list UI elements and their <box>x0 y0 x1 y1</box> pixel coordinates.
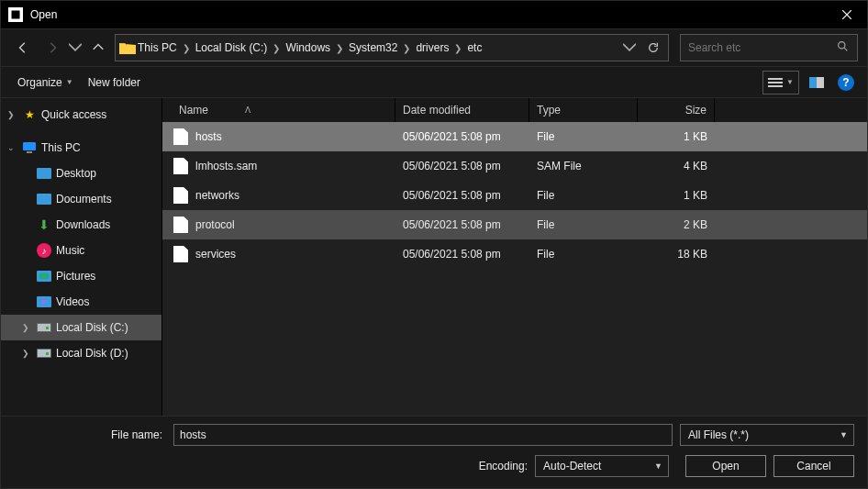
list-view-icon <box>768 78 783 87</box>
videos-icon <box>36 294 52 310</box>
file-type: File <box>529 189 638 202</box>
crumb-system32[interactable]: System32 <box>347 41 399 54</box>
address-dropdown[interactable] <box>618 35 640 61</box>
recent-dropdown[interactable] <box>69 35 82 61</box>
address-bar[interactable]: This PC❯ Local Disk (C:)❯ Windows❯ Syste… <box>115 34 669 61</box>
folder-icon <box>119 41 136 54</box>
chevron-right-icon: ❯ <box>269 43 284 53</box>
crumb-thispc[interactable]: This PC <box>136 41 179 54</box>
col-size[interactable]: Size <box>638 98 715 122</box>
close-button[interactable] <box>826 1 867 28</box>
search-box[interactable] <box>680 34 858 61</box>
file-filter-combo[interactable]: All Files (*.*) ▼ <box>680 424 854 446</box>
file-row[interactable]: services05/06/2021 5:08 pmFile18 KB <box>162 239 867 269</box>
tree-pictures[interactable]: Pictures <box>1 263 161 289</box>
refresh-button[interactable] <box>642 35 664 61</box>
app-icon <box>8 7 23 22</box>
open-button[interactable]: Open <box>685 455 766 477</box>
titlebar: Open <box>1 1 867 28</box>
forward-button[interactable] <box>39 35 65 61</box>
tree-downloads[interactable]: ⬇ Downloads <box>1 212 161 238</box>
tree-drive-c[interactable]: ❯ Local Disk (C:) <box>1 315 161 340</box>
file-row[interactable]: lmhosts.sam05/06/2021 5:08 pmSAM File4 K… <box>162 151 867 181</box>
organize-menu[interactable]: Organize▼ <box>10 72 81 93</box>
file-list-pane: Nameᐱ Date modified Type Size hosts05/06… <box>162 98 867 416</box>
pc-icon <box>21 139 38 156</box>
filename-input[interactable] <box>173 424 673 446</box>
file-row[interactable]: hosts05/06/2021 5:08 pmFile1 KB <box>162 122 867 151</box>
encoding-combo[interactable]: Auto-Detect ▼ <box>535 455 669 477</box>
chevron-down-icon: ▼ <box>66 78 73 86</box>
file-name: services <box>195 248 236 261</box>
collapse-icon: ⌄ <box>5 143 17 152</box>
help-button[interactable]: ? <box>834 71 858 94</box>
file-type: SAM File <box>529 160 638 172</box>
nav-tree: ❯ ★ Quick access ⌄ This PC Desktop Docum… <box>1 98 162 416</box>
svg-rect-0 <box>12 11 20 19</box>
file-icon <box>173 158 188 174</box>
file-date: 05/06/2021 5:08 pm <box>395 160 529 172</box>
up-button[interactable] <box>85 35 111 61</box>
help-icon: ? <box>838 74 854 91</box>
search-input[interactable] <box>688 41 837 54</box>
crumb-drivers[interactable]: drivers <box>414 41 451 54</box>
file-type: File <box>529 248 638 261</box>
dialog-body: ❯ ★ Quick access ⌄ This PC Desktop Docum… <box>1 98 867 416</box>
file-icon <box>173 246 188 262</box>
file-date: 05/06/2021 5:08 pm <box>395 130 529 143</box>
file-name: protocol <box>195 218 235 231</box>
file-name: lmhosts.sam <box>195 160 257 172</box>
downloads-icon: ⬇ <box>36 217 52 233</box>
tree-quick-access[interactable]: ❯ ★ Quick access <box>1 102 161 128</box>
drive-icon <box>36 345 52 361</box>
file-row[interactable]: networks05/06/2021 5:08 pmFile1 KB <box>162 181 867 210</box>
window-title: Open <box>30 8 826 21</box>
search-icon <box>837 40 850 55</box>
crumb-etc[interactable]: etc <box>465 41 484 54</box>
file-icon <box>173 217 188 233</box>
file-size: 4 KB <box>638 160 715 172</box>
preview-pane-button[interactable] <box>805 71 829 94</box>
tree-this-pc[interactable]: ⌄ This PC <box>1 135 161 161</box>
file-size: 1 KB <box>638 130 715 143</box>
file-name: hosts <box>195 130 222 143</box>
svg-point-1 <box>839 42 845 49</box>
col-name[interactable]: Nameᐱ <box>166 98 395 122</box>
file-name: networks <box>195 189 239 202</box>
crumb-drive[interactable]: Local Disk (C:) <box>194 41 270 54</box>
file-date: 05/06/2021 5:08 pm <box>395 248 529 261</box>
col-date[interactable]: Date modified <box>395 98 529 122</box>
file-date: 05/06/2021 5:08 pm <box>395 218 529 231</box>
tree-documents[interactable]: Documents <box>1 186 161 212</box>
documents-icon <box>36 191 52 207</box>
sort-asc-icon: ᐱ <box>245 106 250 115</box>
pictures-icon <box>36 268 52 284</box>
file-row[interactable]: protocol05/06/2021 5:08 pmFile2 KB <box>162 210 867 239</box>
tree-desktop[interactable]: Desktop <box>1 161 161 186</box>
cancel-button[interactable]: Cancel <box>773 455 854 477</box>
dialog-footer: File name: All Files (*.*) ▼ Encoding: A… <box>1 416 867 488</box>
col-type[interactable]: Type <box>529 98 638 122</box>
file-size: 2 KB <box>638 218 715 231</box>
back-button[interactable] <box>10 35 36 61</box>
chevron-down-icon: ▼ <box>654 461 662 471</box>
file-icon <box>173 187 188 204</box>
drive-icon <box>36 319 52 336</box>
new-folder-button[interactable]: New folder <box>81 72 148 93</box>
tree-music[interactable]: ♪ Music <box>1 238 161 263</box>
file-date: 05/06/2021 5:08 pm <box>395 189 529 202</box>
preview-pane-icon <box>809 77 824 88</box>
file-type: File <box>529 218 638 231</box>
svg-rect-2 <box>23 142 36 150</box>
file-type: File <box>529 130 638 143</box>
file-size: 1 KB <box>638 189 715 202</box>
crumb-windows[interactable]: Windows <box>284 41 332 54</box>
file-size: 18 KB <box>638 248 715 261</box>
music-icon: ♪ <box>36 242 52 259</box>
chevron-right-icon: ❯ <box>399 43 414 53</box>
view-menu[interactable]: ▼ <box>762 71 799 94</box>
tree-drive-d[interactable]: ❯ Local Disk (D:) <box>1 340 161 366</box>
encoding-label: Encoding: <box>479 460 528 472</box>
tree-videos[interactable]: Videos <box>1 289 161 315</box>
chevron-right-icon: ❯ <box>332 43 347 53</box>
